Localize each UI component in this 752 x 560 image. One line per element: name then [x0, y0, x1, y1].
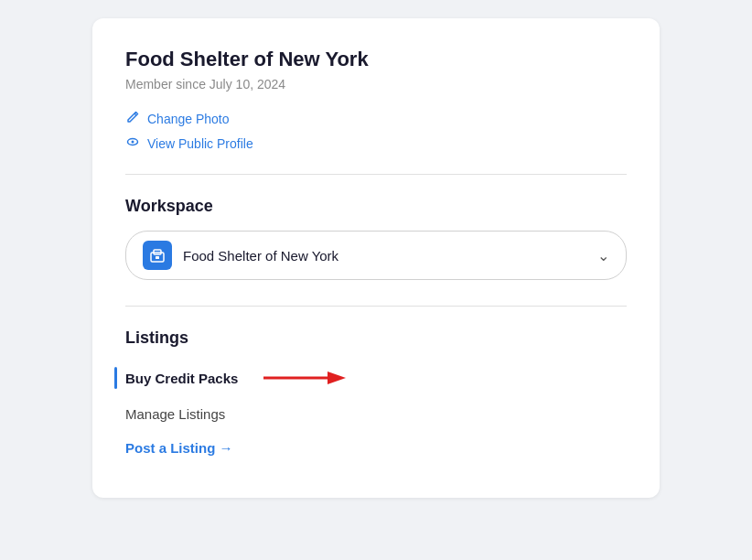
change-photo-label: Change Photo	[147, 112, 230, 126]
listings-section: Listings Buy Credit Packs Manage	[125, 328, 627, 465]
listings-item-manage-listings[interactable]: Manage Listings	[125, 397, 627, 431]
eye-icon	[125, 135, 140, 152]
buy-credit-packs-label: Buy Credit Packs	[125, 371, 238, 386]
listings-item-buy-credit-packs[interactable]: Buy Credit Packs	[125, 359, 627, 397]
member-since: Member since July 10, 2024	[125, 77, 627, 92]
svg-rect-4	[156, 256, 159, 259]
red-arrow-annotation	[254, 368, 346, 388]
listings-item-post-listing[interactable]: Post a Listing →	[125, 431, 627, 465]
post-listing-label: Post a Listing →	[125, 440, 233, 456]
divider-2	[125, 306, 627, 307]
org-name: Food Shelter of New York	[125, 48, 627, 71]
listings-section-title: Listings	[125, 328, 627, 348]
workspace-icon	[143, 241, 172, 270]
view-profile-label: View Public Profile	[147, 136, 253, 151]
pencil-icon	[125, 110, 140, 127]
action-links: Change Photo View Public Profile	[125, 110, 627, 152]
workspace-name: Food Shelter of New York	[183, 248, 338, 264]
workspace-dropdown[interactable]: Food Shelter of New York ⌄	[125, 231, 627, 280]
svg-marker-6	[328, 372, 346, 384]
chevron-down-icon: ⌄	[597, 247, 609, 264]
change-photo-link[interactable]: Change Photo	[125, 110, 627, 127]
workspace-left: Food Shelter of New York	[143, 241, 338, 270]
listings-menu: Buy Credit Packs Manage Listings Post a …	[125, 359, 627, 465]
view-profile-link[interactable]: View Public Profile	[125, 135, 627, 152]
divider-1	[125, 174, 627, 175]
profile-card: Food Shelter of New York Member since Ju…	[92, 18, 660, 498]
workspace-section-title: Workspace	[125, 197, 627, 216]
svg-point-1	[132, 141, 134, 144]
manage-listings-label: Manage Listings	[125, 406, 225, 422]
